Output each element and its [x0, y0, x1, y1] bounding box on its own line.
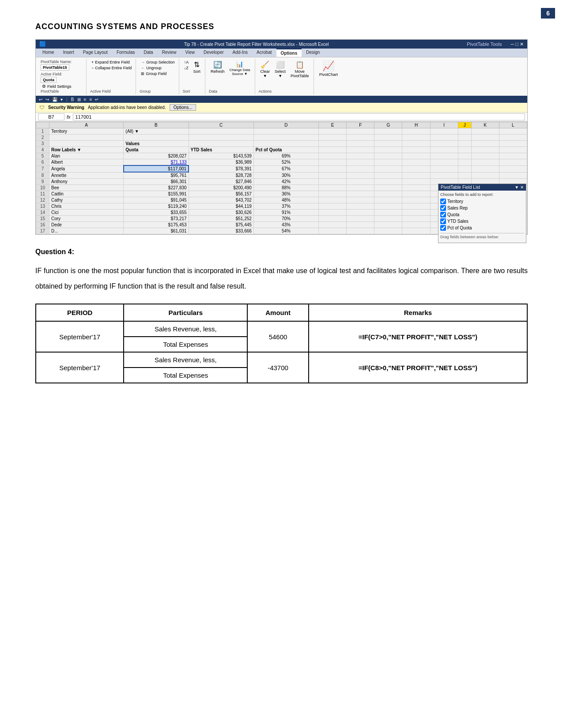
- move-pivottable-button[interactable]: 📋 MovePivotTable: [289, 60, 311, 79]
- tab-review[interactable]: Review: [158, 49, 181, 57]
- collapse-field-button[interactable]: − Collapse Entire Field: [90, 65, 133, 71]
- table-row: 4 Row Labels ▼ Quota YTD Sales Pct of Qu…: [36, 147, 527, 153]
- corner-cell: [36, 122, 49, 128]
- pivot-field-list-panel: PivotTable Field List ▼ ✕ Choose fields …: [438, 184, 526, 243]
- clear-label: Clear▼: [261, 69, 270, 78]
- pivotchart-button[interactable]: 📈 PivotChart: [317, 60, 340, 78]
- cell-a6: Albert: [49, 159, 124, 166]
- cell-g14: [374, 210, 402, 216]
- qat-bold[interactable]: B: [70, 97, 75, 102]
- select-button[interactable]: ⬜ Select▼: [273, 60, 287, 79]
- pivot-field-sales-rep[interactable]: Sales Rep: [440, 205, 524, 211]
- sales-rep-checkbox[interactable]: [440, 205, 446, 211]
- change-data-source-button[interactable]: 📊 Change DataSource ▼: [227, 60, 252, 77]
- if-function-table: PERIOD Particulars Amount Remarks Septem…: [35, 304, 528, 383]
- cell-g1: [374, 128, 402, 135]
- ytd-sales-label: YTD Sales: [447, 219, 469, 224]
- row-num-16: 16: [36, 222, 49, 228]
- cell-b16: $175,453: [124, 222, 189, 228]
- sort-za-button[interactable]: ↓Z: [183, 65, 190, 71]
- cell-b4[interactable]: Quota: [124, 147, 189, 153]
- cell-f13: [347, 203, 374, 210]
- territory-checkbox[interactable]: [440, 199, 446, 204]
- ytd-sales-checkbox[interactable]: [440, 218, 446, 224]
- security-warning-label: Security Warning: [48, 105, 84, 110]
- cell-a11: Caitlin: [49, 191, 124, 197]
- expand-field-button[interactable]: + Expand Entire Field: [90, 60, 131, 65]
- tab-view[interactable]: View: [181, 49, 199, 57]
- qat-undo[interactable]: ↩: [38, 97, 43, 102]
- cell-b9: $66,301: [124, 179, 189, 185]
- cell-g16: [374, 222, 402, 228]
- active-field-value[interactable]: Quota: [41, 77, 57, 83]
- cell-a1[interactable]: Territory: [49, 128, 124, 135]
- cell-b3: Values: [124, 141, 189, 147]
- tab-page-layout[interactable]: Page Layout: [79, 49, 112, 57]
- sort-button[interactable]: ⇅ Sort: [191, 60, 202, 75]
- cell-a4[interactable]: Row Labels ▼: [49, 147, 124, 153]
- tab-acrobat[interactable]: Acrobat: [252, 49, 276, 57]
- cell-f16: [347, 222, 374, 228]
- cell-d10: 88%: [253, 185, 318, 191]
- tab-data[interactable]: Data: [140, 49, 158, 57]
- tab-add-ins[interactable]: Add-Ins: [228, 49, 252, 57]
- cell-g8: [374, 172, 402, 179]
- move-label: MovePivotTable: [291, 69, 309, 78]
- security-options-button[interactable]: Options...: [170, 104, 196, 111]
- cell-d11: 36%: [253, 191, 318, 197]
- group-selection-button[interactable]: → Group Selection: [140, 60, 176, 65]
- cell-d4[interactable]: Pct of Quota: [253, 147, 318, 153]
- cell-c9: $27,846: [189, 179, 253, 185]
- tab-options[interactable]: Options: [276, 49, 302, 57]
- qat-list1[interactable]: ≡: [83, 97, 87, 102]
- tab-design[interactable]: Design: [302, 49, 324, 57]
- cell-c4[interactable]: YTD Sales: [189, 147, 253, 153]
- cell-g3: [374, 141, 402, 147]
- pivot-panel-title-text: PivotTable Field List: [441, 185, 480, 190]
- tab-insert[interactable]: Insert: [59, 49, 79, 57]
- sort-az-button[interactable]: ↑A: [183, 60, 190, 65]
- tab-formulas[interactable]: Formulas: [112, 49, 140, 57]
- ribbon-content: PivotTable Name: PivotTable15 Active Fie…: [36, 57, 527, 96]
- cell-b7[interactable]: $117,001: [124, 165, 189, 172]
- group-field-button[interactable]: ⊞ Group Field: [140, 71, 168, 76]
- cell-e13: [319, 203, 347, 210]
- cell-d9: 42%: [253, 179, 318, 185]
- tab-developer[interactable]: Developer: [199, 49, 228, 57]
- cell-l8: [499, 172, 527, 179]
- qat-borders[interactable]: ⊞: [76, 97, 82, 102]
- cell-b2: [124, 135, 189, 141]
- quota-checkbox[interactable]: [440, 212, 446, 218]
- qat-more[interactable]: ▾: [60, 97, 64, 102]
- qat-list2[interactable]: ≡: [88, 97, 93, 102]
- pct-quota-checkbox[interactable]: [440, 225, 446, 231]
- cell-h16: [402, 222, 430, 228]
- tab-home[interactable]: Home: [38, 49, 59, 57]
- refresh-button[interactable]: 🔄 Refresh: [209, 60, 227, 75]
- pivot-field-quota[interactable]: Quota: [440, 211, 524, 218]
- period-cell-2: September'17: [36, 352, 124, 383]
- cell-l2: [499, 135, 527, 141]
- pivot-field-territory[interactable]: Territory: [440, 198, 524, 205]
- cell-a16: Dede: [49, 222, 124, 228]
- cell-reference[interactable]: B7: [38, 113, 64, 120]
- qat-redo[interactable]: ↪: [45, 97, 50, 102]
- pivot-field-ytd-sales[interactable]: YTD Sales: [440, 218, 524, 225]
- cell-e12: [319, 197, 347, 203]
- question4-paragraph: IF function is one the most popular func…: [35, 263, 528, 294]
- qat-save[interactable]: 💾: [51, 97, 58, 102]
- pivot-panel-close[interactable]: ▼ ✕: [514, 185, 524, 190]
- question4-label: Question 4:: [35, 248, 528, 256]
- qat-enter[interactable]: ↵: [94, 97, 99, 102]
- ribbon-actions-group: 🧹 Clear▼ ⬜ Select▼ 📋 MovePivotTable Acti…: [256, 59, 314, 94]
- pivot-name-value[interactable]: PivotTable15: [41, 64, 69, 71]
- pivottable-group-label: PivotTable: [41, 89, 59, 94]
- cell-b1[interactable]: (All) ▼: [124, 128, 189, 135]
- cell-k1: [471, 128, 499, 135]
- formula-input[interactable]: 117001: [73, 113, 525, 120]
- clear-button[interactable]: 🧹 Clear▼: [259, 60, 272, 79]
- ungroup-button[interactable]: ← Ungroup: [140, 65, 163, 71]
- pivot-field-pct-quota[interactable]: Pct of Quota: [440, 225, 524, 231]
- cell-e14: [319, 210, 347, 216]
- field-settings-button[interactable]: ⚙ Field Settings: [41, 83, 73, 89]
